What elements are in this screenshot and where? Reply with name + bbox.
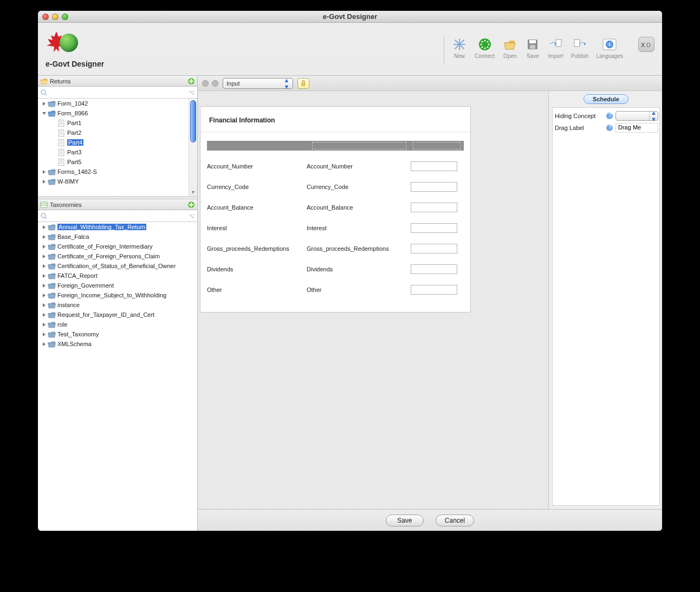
drag-target[interactable]: Drag Me [615, 123, 658, 133]
field-input[interactable] [411, 223, 457, 233]
tree-item[interactable]: Part3 [38, 148, 189, 157]
field-input[interactable] [411, 264, 457, 274]
svg-point-9 [484, 40, 485, 41]
taxonomy-icon [40, 201, 48, 209]
new-button[interactable]: New [452, 37, 467, 59]
canvas[interactable]: Financial Information Account_Number Acc… [198, 91, 548, 509]
zoom-window-button[interactable] [62, 14, 68, 20]
tree-item[interactable]: Certification_of_Status_of_Beneficial_Ow… [38, 262, 189, 270]
tree-item[interactable]: Foreign_Income_Subject_to_Withholding [38, 291, 189, 300]
open-button[interactable]: Open [502, 37, 517, 59]
add-return-icon[interactable] [187, 77, 195, 85]
save-toolbar-button[interactable]: Save [525, 37, 540, 59]
tree-item-label: Part3 [67, 149, 81, 155]
pager [202, 80, 218, 87]
disclosure-triangle-icon[interactable] [41, 322, 47, 328]
field-label: Currency_Code [207, 184, 307, 190]
field-input[interactable] [411, 161, 457, 171]
brand: e-Govt Designer [46, 30, 104, 68]
disclosure-triangle-icon[interactable] [41, 224, 47, 230]
footer: Save Cancel [198, 509, 662, 531]
field-input[interactable] [411, 182, 457, 192]
tree-item[interactable]: FATCA_Report [38, 271, 189, 280]
svg-point-10 [484, 47, 485, 49]
tree-item[interactable]: Part2 [38, 128, 189, 137]
disclosure-triangle-icon[interactable] [41, 253, 47, 259]
tree-item-label: Form_8966 [57, 110, 88, 116]
connect-button[interactable]: Connect [475, 37, 495, 59]
taxonomies-search[interactable]: ⌥ [38, 210, 197, 222]
minimize-window-button[interactable] [52, 14, 59, 20]
field-input[interactable] [411, 244, 457, 253]
tab-schedule[interactable]: Schedule [584, 94, 628, 104]
disclosure-triangle-icon[interactable] [41, 331, 47, 337]
close-window-button[interactable] [42, 14, 49, 20]
tree-item[interactable]: Part5 [38, 158, 189, 166]
tree-item[interactable]: Certificate_of_Foreign_Intermediary [38, 242, 189, 251]
taxonomies-panel-title: Taxonomies [50, 201, 82, 208]
prop-hiding-concept: Hiding Concept ? ▲▼ [555, 110, 658, 122]
lock-button[interactable] [297, 78, 309, 89]
save-button[interactable]: Save [386, 515, 424, 526]
disclosure-triangle-icon[interactable] [41, 101, 47, 107]
titlebar: e-Govt Designer [38, 11, 662, 23]
field-label: Dividends [207, 266, 307, 272]
pager-next[interactable] [212, 80, 218, 87]
import-button[interactable]: Import [548, 37, 563, 59]
returns-search[interactable]: ⌥ [38, 87, 197, 99]
help-icon[interactable]: ? [606, 112, 613, 120]
prop-label: Hiding Concept [555, 113, 604, 119]
search-icon [40, 89, 48, 96]
connect-label: Connect [475, 53, 495, 59]
tree-item[interactable]: Annual_Withholding_Tax_Return [38, 223, 189, 231]
disclosure-triangle-icon[interactable] [41, 341, 47, 347]
languages-button[interactable]: Languages [597, 37, 624, 59]
add-taxonomy-icon[interactable] [187, 201, 195, 209]
xd-chip[interactable]: XD [638, 37, 654, 52]
disclosure-triangle-icon[interactable] [41, 179, 47, 185]
tree-item[interactable]: role [38, 320, 189, 329]
tree-item[interactable]: Forms_1482-S [38, 167, 189, 176]
disclosure-triangle-icon[interactable] [41, 273, 47, 279]
cancel-button[interactable]: Cancel [436, 515, 474, 526]
disclosure-triangle-icon[interactable] [41, 292, 47, 298]
scrollbar[interactable]: ▲ ▼ [189, 99, 197, 196]
disclosure-triangle-icon[interactable] [41, 110, 47, 116]
scroll-down-icon[interactable]: ▼ [189, 188, 197, 196]
xd-icon: XD [640, 39, 653, 50]
disclosure-triangle-icon[interactable] [41, 169, 47, 175]
tree-item[interactable]: W-8IMY [38, 177, 189, 186]
toolbar-separator [444, 37, 444, 64]
tree-item[interactable]: Part1 [38, 119, 189, 127]
tree-item[interactable]: Form_1042 [38, 99, 189, 108]
svg-point-54 [41, 213, 46, 218]
open-icon [502, 37, 517, 52]
disclosure-triangle-icon[interactable] [41, 244, 47, 250]
tree-item[interactable]: Foreign_Government [38, 281, 189, 290]
field-input[interactable] [411, 203, 457, 212]
help-icon[interactable]: ? [606, 124, 613, 132]
tree-item[interactable]: instance [38, 301, 189, 309]
svg-rect-16 [556, 40, 561, 47]
scroll-thumb[interactable] [190, 100, 196, 142]
disclosure-triangle-icon[interactable] [41, 234, 47, 240]
disclosure-triangle-icon[interactable] [41, 283, 47, 289]
tree-item[interactable]: Form_8966 [38, 109, 189, 118]
tree-item[interactable]: Test_Taxonomy [38, 330, 189, 339]
disclosure-triangle-icon[interactable] [41, 312, 47, 318]
field-input[interactable] [411, 285, 457, 295]
tree-item[interactable]: XMLSchema [38, 340, 189, 348]
tree-item[interactable]: Request_for_Taxpayer_ID_and_Cert [38, 310, 189, 319]
mode-select[interactable]: Input ▲▼ [223, 78, 293, 89]
tree-item[interactable]: Part4 [38, 138, 189, 147]
disclosure-triangle-icon[interactable] [41, 263, 47, 269]
disclosure-triangle-icon[interactable] [41, 302, 47, 308]
svg-rect-50 [41, 202, 47, 207]
svg-point-6 [487, 41, 488, 42]
pager-prev[interactable] [202, 80, 209, 87]
panel-resizer[interactable] [38, 196, 197, 199]
tree-item[interactable]: Base_Fatca [38, 232, 189, 241]
hiding-concept-select[interactable]: ▲▼ [615, 111, 658, 121]
publish-button[interactable]: Publish [571, 37, 589, 59]
tree-item[interactable]: Certificate_of_Foreign_Persons_Claim [38, 252, 189, 261]
